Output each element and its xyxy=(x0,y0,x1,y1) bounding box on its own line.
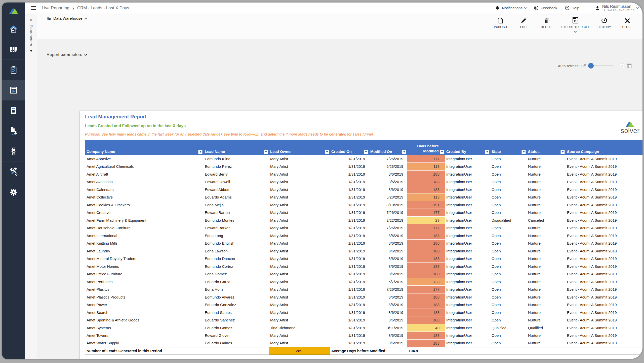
col-header-days[interactable]: Days before Modified xyxy=(407,140,445,155)
sidebar-item-process[interactable] xyxy=(2,141,25,161)
table-row[interactable]: Amet Household Furniture Edward Barker M… xyxy=(85,224,642,232)
cell-source-campaign: Event - Acumi A Summit 2019 xyxy=(566,240,642,247)
user-menu[interactable]: Nils Rasmussen 19_SALES_ANALYTICS xyxy=(595,4,638,12)
filter-dropdown-icon[interactable] xyxy=(325,150,329,154)
publish-button[interactable]: PUBLISH xyxy=(490,17,511,32)
cell-created-by: IntegrationUser xyxy=(445,224,490,232)
filter-dropdown-icon[interactable] xyxy=(560,150,565,154)
table-row[interactable]: Amet Power Eduardo Gonzalez Mary Artist … xyxy=(85,301,642,309)
cell-created-by: IntegrationUser xyxy=(445,309,490,316)
table-row[interactable]: Amet Sporting & Athletic Goods Eduardo S… xyxy=(85,316,642,324)
table-row[interactable]: Amet Farm Machinery & Equipment Edmundo … xyxy=(85,216,642,224)
delete-trash-icon xyxy=(544,17,550,24)
table-row[interactable]: Amet Aircraft Edward Berry Mary Artist 1… xyxy=(85,170,642,178)
hamburger-menu-icon[interactable] xyxy=(31,5,36,11)
export-to-excel-button[interactable]: X EXPORT TO EXCEL xyxy=(559,17,592,32)
table-row[interactable]: Amet Laundry Edna Lawson Mary Artist 1/3… xyxy=(85,247,642,255)
filter-funnel-icon[interactable] xyxy=(29,49,33,53)
feedback-button[interactable]: Feedback xyxy=(534,6,557,10)
filter-dropdown-icon[interactable] xyxy=(264,150,268,154)
cell-created-on: 1/31/2019 xyxy=(330,240,369,247)
history-button[interactable]: HISTORY xyxy=(594,17,615,32)
table-row[interactable]: Amet Office Furniture Edna Gomez Mary Ar… xyxy=(85,270,642,278)
table-row[interactable]: Amet Plasitcs Edna Horn Mary Artist 1/31… xyxy=(85,286,642,293)
sidebar-item-archive[interactable] xyxy=(2,39,25,59)
table-row[interactable]: Amet International Edna Long Mary Artist… xyxy=(85,232,642,240)
user-name: Nils Rasmussen xyxy=(602,4,635,9)
filter-dropdown-icon[interactable] xyxy=(198,150,203,154)
table-row[interactable]: Amet Towers Edward Glover Mary Artist 1/… xyxy=(85,332,642,340)
datasource-label: Data Warehouse xyxy=(53,16,83,21)
help-button[interactable]: ? Help xyxy=(565,6,579,10)
filter-dropdown-icon[interactable] xyxy=(402,150,406,154)
sidebar-item-budgeting[interactable] xyxy=(2,100,25,121)
table-row[interactable]: Amet Collective Eduardo Adams Mary Artis… xyxy=(85,193,642,201)
filter-dropdown-icon[interactable] xyxy=(440,150,444,154)
history-icon xyxy=(601,17,608,24)
col-header-created-by[interactable]: Created By xyxy=(445,140,490,155)
table-row[interactable]: Amet Motor Homes Edmundo Cortez Mary Art… xyxy=(85,262,642,270)
sidebar-item-collaboration[interactable] xyxy=(2,121,25,141)
sidebar-item-home[interactable] xyxy=(2,19,25,39)
parameters-panel-label[interactable]: Parameters xyxy=(29,25,33,46)
cell-created-on: 1/31/2019 xyxy=(330,247,369,255)
filter-dropdown-icon[interactable] xyxy=(521,150,526,154)
autorefresh-slider[interactable] xyxy=(588,63,613,69)
table-row[interactable]: Amet Search Edmund Santos Mary Artist 1/… xyxy=(85,309,642,316)
cell-created-on: 1/31/2019 xyxy=(330,339,369,347)
cell-company: Amet International xyxy=(85,232,203,240)
table-row[interactable]: Amet Creative Edward Barton Mary Artist … xyxy=(85,209,642,217)
cell-status: Nurture xyxy=(527,286,566,293)
sidebar-item-reporting[interactable] xyxy=(2,80,25,100)
app-window: Live Reporting › CRM - Leads - Last X Da… xyxy=(2,3,642,359)
breadcrumb-section[interactable]: Live Reporting xyxy=(42,6,69,11)
col-header-created[interactable]: Created On xyxy=(330,140,369,155)
chevron-down-icon xyxy=(636,7,639,9)
sidebar-item-tools[interactable] xyxy=(2,161,25,182)
cell-company: Amet Collective xyxy=(85,193,203,201)
table-row[interactable]: Amet Abrasive Edmundo Kline Mary Artist … xyxy=(85,155,642,163)
table-grid-icon[interactable] xyxy=(627,63,632,69)
chevron-down-icon xyxy=(84,53,87,56)
filter-dropdown-icon[interactable] xyxy=(364,150,368,154)
cell-created-by: IntegrationUser xyxy=(445,339,490,347)
sidebar-item-tasks[interactable] xyxy=(2,59,25,80)
sidebar-item-settings[interactable] xyxy=(2,182,25,202)
cell-lead-name: Edna Mejia xyxy=(203,201,269,209)
table-row[interactable]: Amet Perfumes Eduardo Garza Mary Artist … xyxy=(85,278,642,286)
cell-created-by: IntegrationUser xyxy=(445,278,490,286)
table-row[interactable]: Amet Calendars Edward Abbott Mary Artist… xyxy=(85,186,642,193)
cell-created-by: IntegrationUser xyxy=(445,286,490,293)
delete-button[interactable]: DELETE xyxy=(536,17,557,32)
cell-status: Nurture xyxy=(527,209,566,217)
solver-logo-icon[interactable] xyxy=(2,3,25,19)
table-row[interactable]: Amet Systems Eduardo Gomez Tina Richmond… xyxy=(85,324,642,332)
col-header-company[interactable]: Company Name xyxy=(85,140,203,155)
table-row[interactable]: Amet Plastics Products Edmundo Alvarez M… xyxy=(85,293,642,301)
topbar-divider xyxy=(587,5,587,11)
col-header-owner[interactable]: Lead Owner xyxy=(269,140,330,155)
col-header-campaign[interactable]: Source Campaign xyxy=(566,140,642,155)
table-row[interactable]: Amet Mineral Royalty Traders Edmundo Dun… xyxy=(85,255,642,263)
col-header-state[interactable]: State xyxy=(490,140,527,155)
col-header-status[interactable]: Status xyxy=(527,140,566,155)
table-row[interactable]: Amet Avatiation Edward Howell Mary Artis… xyxy=(85,178,642,186)
col-header-modified[interactable]: Modified On xyxy=(369,140,407,155)
filter-dropdown-icon[interactable] xyxy=(485,150,489,154)
close-button[interactable]: CLOSE xyxy=(617,17,638,32)
table-row[interactable]: Amet Water Supply Eduardo Gaines Mary Ar… xyxy=(85,339,642,347)
expand-chevrons-icon[interactable]: » xyxy=(30,17,32,22)
edit-grid-icon[interactable] xyxy=(619,63,625,69)
notifications-button[interactable]: Notifications xyxy=(495,6,526,11)
col-header-lead[interactable]: Lead Name xyxy=(203,140,269,155)
table-row[interactable]: Amet Cookies & Crackers Edna Mejia Mary … xyxy=(85,201,642,209)
edit-button[interactable]: EDIT xyxy=(513,17,534,32)
cell-days-before-modified: 188 xyxy=(407,301,445,309)
table-body: Amet Abrasive Edmundo Kline Mary Artist … xyxy=(85,155,642,347)
table-row[interactable]: Amet Agricultural Chemicals Edmundo Pere… xyxy=(85,163,642,171)
report-parameters-toggle[interactable]: Report parameters xyxy=(47,52,87,57)
cell-company: Amet Cookies & Crackers xyxy=(85,201,203,209)
table-row[interactable]: Amet Knitting Mills Edmundo English Mary… xyxy=(85,240,642,247)
datasource-select[interactable]: Data Warehouse xyxy=(47,16,87,21)
cell-created-by: IntegrationUser xyxy=(445,163,490,171)
